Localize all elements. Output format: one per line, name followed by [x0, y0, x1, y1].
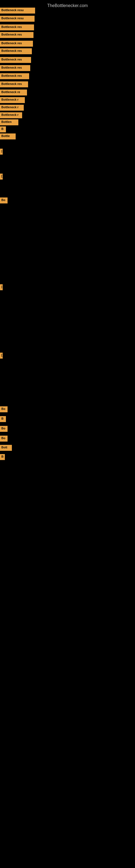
bottleneck-result-item[interactable]: Bo: [0, 436, 8, 442]
bottleneck-result-item[interactable]: Bo: [0, 197, 8, 204]
bottleneck-result-item[interactable]: Bottleneck res: [0, 73, 29, 79]
bottleneck-result-item[interactable]: Bottleneck r: [0, 97, 25, 103]
bottleneck-result-item[interactable]: Bottleneck res: [0, 41, 33, 46]
bottleneck-result-item[interactable]: Bottleneck res: [0, 65, 30, 71]
bottleneck-result-item[interactable]: Bott: [0, 445, 12, 451]
bottleneck-result-item[interactable]: Bo: [0, 406, 8, 412]
bottleneck-result-item[interactable]: B: [0, 416, 6, 422]
bottleneck-result-item[interactable]: Bottleneck res: [0, 48, 32, 54]
bottleneck-result-item[interactable]: Bottlen: [0, 119, 18, 125]
bottleneck-result-item[interactable]: Bo: [0, 426, 8, 432]
bottleneck-result-item[interactable]: Bottleneck re: [0, 90, 27, 95]
bottleneck-result-item[interactable]: |: [0, 149, 3, 155]
bottleneck-result-item[interactable]: Bottleneck resu: [0, 16, 35, 22]
bottleneck-result-item[interactable]: [: [0, 352, 3, 359]
bottleneck-result-item[interactable]: Bottleneck res: [0, 24, 34, 30]
bottleneck-result-item[interactable]: B: [0, 454, 5, 460]
bottleneck-result-item[interactable]: Bottleneck resu: [0, 8, 35, 13]
bottleneck-result-item[interactable]: Bottle: [0, 133, 16, 140]
bottleneck-result-item[interactable]: Bottleneck res: [0, 82, 28, 87]
bottleneck-result-item[interactable]: B: [0, 126, 6, 132]
bottleneck-result-item[interactable]: Bottleneck res: [0, 32, 34, 38]
bottleneck-result-item[interactable]: [: [0, 174, 3, 180]
bottleneck-result-item[interactable]: Bottleneck res: [0, 57, 31, 63]
bottleneck-result-item[interactable]: Bottleneck r: [0, 105, 24, 111]
bottleneck-result-item[interactable]: |: [0, 284, 3, 290]
bottleneck-result-item[interactable]: Bottleneck r: [0, 112, 22, 118]
